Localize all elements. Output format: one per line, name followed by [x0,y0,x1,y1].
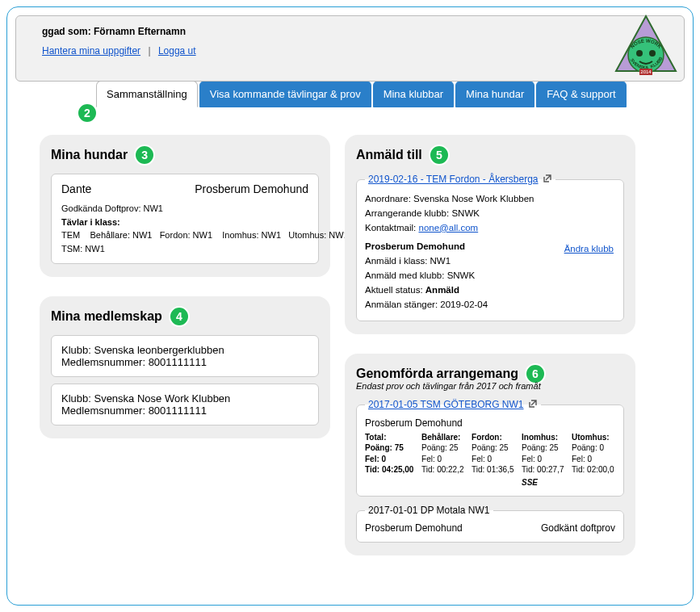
col-utomhus-err: Fel: 0 [572,454,615,465]
completed-dp-result: Godkänt doftprov [541,522,615,534]
dog-card: Dante Prosberum Demohund Godkända Doftpr… [51,174,319,264]
membership-card: Klubb: Svenska leonbergerklubben Medlems… [51,335,319,377]
dog-approved-tests: Godkända Doftprov: NW1 [61,202,308,216]
link-separator: | [148,45,150,57]
change-club-link[interactable]: Ändra klubb [564,242,614,257]
registration-event-link[interactable]: 2019-02-16 - TEM Fordon - Åkersberga [368,174,539,185]
col-inomhus-time: Tid: 00:27,7 [522,464,565,476]
col-beh-time: Tid: 00:22,2 [421,464,465,476]
completed-event-dp: 2017-01-01 DP Motala NW1 Prosberum Demoh… [356,505,624,543]
callout-marker-3: 3 [134,145,155,166]
tab-upcoming[interactable]: Visa kommande tävlingar & prov [199,81,371,107]
svg-text:2014: 2014 [640,69,652,74]
registered-title: Anmäld till [356,148,422,162]
col-utomhus-hdr: Utomhus: [572,432,615,443]
col-utomhus-time: Tid: 02:00,0 [572,464,615,476]
membership-club: Klubb: Svenska Nose Work Klubben [61,392,308,405]
reg-status-value: Anmäld [425,285,459,295]
reg-contact-email[interactable]: none@all.com [418,223,478,233]
app-frame: 1 ggad som: Förnamn Efternamn Hantera mi… [6,6,694,606]
col-inomhus-points: Poäng: 25 [522,442,565,454]
dog-classes: TEM Behållare: NW1 Fordon: NW1 Inomhus: … [61,228,308,242]
col-fordon-time: Tid: 01:36,5 [472,464,515,476]
col-fordon-hdr: Fordon: [472,432,515,443]
completed-panel: Genomförda arrangemang 6 Endast prov och… [345,354,635,556]
col-inomhus-err: Fel: 0 [522,454,565,465]
membership-number: Medlemsnummer: 8001111111 [61,356,308,368]
completed-subtitle: Endast prov och tävlingar från 2017 och … [356,381,624,391]
reg-status-label: Aktuell status: [365,285,425,295]
dog-competes-label: Tävlar i klass: [61,216,308,229]
dog-call-name: Dante [61,182,91,195]
dog-registered-name: Prosberum Demohund [195,182,308,195]
logout-link[interactable]: Logga ut [158,45,196,57]
col-inomhus-sse: SSE [522,477,565,488]
completed-event-link[interactable]: 2017-01-05 TSM GÖTEBORG NW1 [368,399,524,410]
tab-my-clubs[interactable]: Mina klubbar [373,81,454,107]
col-fordon-err: Fel: 0 [472,454,515,465]
svg-point-3 [649,50,656,57]
tab-summary[interactable]: Sammanställning [96,81,198,107]
reg-organizer: Anordnare: Svenska Nose Work Klubben [365,192,615,207]
tab-my-dogs[interactable]: Mina hundar [455,81,534,107]
registered-panel: Anmäld till 5 2019-02-16 - TEM Fordon - … [345,135,635,334]
snwk-logo: NOSE WORK SVENSKA KLUBBEN 2014 [613,15,679,82]
callout-marker-2: 2 [77,103,98,124]
col-utomhus-points: Poäng: 0 [572,442,615,454]
tab-faq[interactable]: FAQ & support [536,81,626,107]
logged-in-as: ggad som: Förnamn Efternamn [42,26,196,37]
completed-title: Genomförda arrangemang [356,367,518,381]
completed-dog-name: Prosberum Demohund [365,417,615,429]
reg-with-club: Anmäld med klubb: SNWK [365,269,615,283]
col-total-time: Tid: 04:25,00 [365,464,415,476]
col-inomhus-hdr: Inomhus: [522,432,565,443]
dog-tsm: TSM: NW1 [61,242,308,256]
result-grid: Total: Poäng: 75 Fel: 0 Tid: 04:25,00 Be… [365,432,615,488]
col-beh-err: Fel: 0 [421,454,465,465]
col-total-hdr: Total: [365,432,415,443]
reg-class: Anmäld i klass: NW1 [365,254,615,269]
my-memberships-title: Mina medlemskap [51,309,162,324]
my-dogs-title: Mina hundar [51,148,128,162]
manage-account-link[interactable]: Hantera mina uppgifter [42,45,140,57]
membership-number: Medlemsnummer: 8001111111 [61,405,308,417]
completed-event: 2017-01-05 TSM GÖTEBORG NW1 Prosberum De… [356,399,624,497]
external-link-icon [543,174,552,186]
svg-point-2 [636,50,643,57]
col-beh-points: Poäng: 25 [421,442,465,454]
my-memberships-panel: Mina medlemskap 4 Klubb: Svenska leonber… [40,296,330,438]
completed-dp-dog: Prosberum Demohund [365,522,463,534]
col-total-points: Poäng: 75 [365,442,415,454]
registration-event: 2019-02-16 - TEM Fordon - Åkersberga Ano… [356,174,624,321]
completed-dp-legend: 2017-01-01 DP Motala NW1 [365,505,493,516]
col-total-err: Fel: 0 [365,454,415,465]
my-dogs-panel: Mina hundar 3 Dante Prosberum Demohund G… [40,135,330,277]
col-fordon-points: Poäng: 25 [472,442,515,454]
callout-marker-4: 4 [169,306,190,327]
reg-contact-label: Kontaktmail: [365,223,418,233]
reg-arranging-club: Arrangerande klubb: SNWK [365,207,615,221]
membership-club: Klubb: Svenska leonbergerklubben [61,344,308,356]
main-nav: 2 Sammanställning Visa kommande tävlinga… [15,81,685,107]
callout-marker-5: 5 [429,145,450,166]
membership-card: Klubb: Svenska Nose Work Klubben Medlems… [51,384,319,425]
external-link-icon [528,399,538,411]
col-beh-hdr: Behållare: [421,432,465,443]
user-header: ggad som: Förnamn Efternamn Hantera mina… [15,15,685,82]
reg-closes: Anmälan stänger: 2019-02-04 [365,298,615,312]
